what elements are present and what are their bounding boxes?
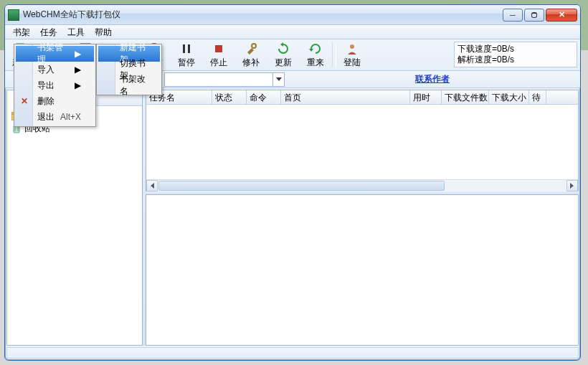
dropdown-item[interactable]: 书架管理▶ bbox=[16, 46, 94, 62]
toolbar-label: 重来 bbox=[307, 57, 324, 69]
contact-author-link[interactable]: 联系作者 bbox=[285, 73, 580, 85]
scroll-track[interactable] bbox=[158, 180, 566, 191]
column-header[interactable]: 待 bbox=[529, 90, 546, 104]
combo-dropdown-icon[interactable] bbox=[272, 73, 284, 86]
svg-point-14 bbox=[252, 44, 256, 48]
column-header[interactable]: 下载文件数 bbox=[442, 90, 489, 104]
scroll-left-icon[interactable] bbox=[146, 180, 158, 191]
app-icon bbox=[8, 9, 19, 21]
titlebar: WebCHM全站下载打包仪 ─ ✕ bbox=[5, 5, 580, 25]
submenu-arrow-icon: ▶ bbox=[75, 49, 81, 59]
sidebar: 书架) 当前任务 WebCHM 回收站 bbox=[6, 90, 143, 346]
shelf-manage-submenu: 新建书架切换书架书架改名 bbox=[96, 44, 162, 95]
content-area: 书架) 当前任务 WebCHM 回收站 bbox=[6, 90, 579, 346]
parse-speed: 解析速度=0B/s bbox=[457, 54, 574, 65]
menu-help[interactable]: 帮助 bbox=[90, 25, 117, 39]
svg-rect-11 bbox=[183, 44, 185, 53]
horizontal-scrollbar[interactable] bbox=[146, 179, 578, 191]
submenu-arrow-icon: ▶ bbox=[75, 80, 81, 90]
toolbar-label: 暂停 bbox=[178, 57, 195, 69]
main-panel: 任务名状态命令首页用时下载文件数下载大小待 bbox=[146, 90, 579, 346]
column-header[interactable]: 命令 bbox=[247, 90, 281, 104]
svg-marker-15 bbox=[280, 42, 283, 47]
detail-panel bbox=[146, 194, 579, 346]
repair-icon bbox=[244, 42, 258, 56]
login-icon bbox=[345, 42, 359, 56]
svg-marker-25 bbox=[570, 183, 574, 189]
toolbar-login-button[interactable]: 登陆 bbox=[336, 39, 369, 70]
menu-item-label: 导出 bbox=[37, 80, 54, 92]
close-button[interactable]: ✕ bbox=[546, 9, 577, 22]
scroll-right-icon[interactable] bbox=[566, 180, 578, 191]
grid-header: 任务名状态命令首页用时下载文件数下载大小待 bbox=[146, 90, 578, 105]
dropdown-item[interactable]: 导出▶ bbox=[16, 77, 94, 93]
shortcut-label: Alt+X bbox=[60, 112, 81, 122]
svg-rect-13 bbox=[215, 45, 222, 52]
status-bar bbox=[6, 347, 579, 359]
task-grid[interactable]: 任务名状态命令首页用时下载文件数下载大小待 bbox=[146, 90, 579, 191]
download-speed: 下载速度=0B/s bbox=[457, 44, 574, 54]
dropdown-item[interactable]: ✕删除 bbox=[16, 93, 94, 109]
menu-tool[interactable]: 工具 bbox=[62, 25, 90, 39]
svg-marker-16 bbox=[309, 49, 313, 52]
toolbar-label: 修补 bbox=[242, 57, 260, 69]
toolbar-label: 更新 bbox=[275, 57, 292, 69]
menu-item-label: 退出 bbox=[37, 111, 54, 123]
toolbar-label: 停止 bbox=[210, 57, 227, 69]
column-header[interactable]: 下载大小 bbox=[489, 90, 529, 104]
toolbar-redo-button[interactable]: 重来 bbox=[300, 39, 332, 70]
speed-status: 下载速度=0B/s 解析速度=0B/s bbox=[454, 42, 577, 67]
menu-item-label: 删除 bbox=[37, 95, 54, 108]
app-window: WebCHM全站下载打包仪 ─ ✕ 书架 任务 工具 帮助 新建打开保存运行制作… bbox=[4, 4, 581, 361]
toolbar-refresh-button[interactable]: 更新 bbox=[267, 39, 300, 70]
stop-icon bbox=[212, 42, 226, 56]
dropdown-item[interactable]: 退出Alt+X bbox=[16, 109, 94, 125]
menu-shelf[interactable]: 书架 bbox=[8, 25, 35, 39]
delete-x-icon: ✕ bbox=[21, 96, 28, 106]
toolbar-repair-button[interactable]: 修补 bbox=[235, 39, 267, 70]
toolbar-stop-button[interactable]: 停止 bbox=[203, 39, 235, 70]
dropdown-item[interactable]: 导入▶ bbox=[16, 62, 94, 77]
scroll-thumb[interactable] bbox=[158, 181, 445, 191]
column-header[interactable]: 首页 bbox=[281, 90, 410, 104]
submenu-arrow-icon: ▶ bbox=[75, 65, 81, 75]
column-header[interactable]: 状态 bbox=[212, 90, 247, 104]
svg-point-17 bbox=[350, 44, 354, 49]
minimize-button[interactable]: ─ bbox=[503, 9, 523, 22]
window-title: WebCHM全站下载打包仪 bbox=[23, 9, 120, 21]
svg-rect-12 bbox=[188, 44, 190, 53]
refresh-icon bbox=[276, 42, 290, 56]
pause-icon bbox=[179, 42, 194, 56]
menu-item-label: 书架改名 bbox=[120, 73, 147, 98]
svg-marker-18 bbox=[276, 77, 282, 81]
menu-bar: 书架 任务 工具 帮助 bbox=[5, 25, 580, 39]
toolbar-pause-button[interactable]: 暂停 bbox=[171, 39, 203, 70]
submenu-item[interactable]: 书架改名 bbox=[98, 77, 160, 93]
redo-icon bbox=[308, 42, 323, 56]
svg-marker-24 bbox=[151, 183, 154, 189]
column-header[interactable]: 用时 bbox=[410, 90, 442, 104]
address-combo[interactable] bbox=[164, 72, 285, 87]
shelf-dropdown: 书架管理▶导入▶导出▶✕删除退出Alt+X bbox=[14, 44, 96, 127]
maximize-button[interactable] bbox=[524, 9, 544, 22]
menu-item-label: 导入 bbox=[37, 64, 54, 76]
toolbar-label: 登陆 bbox=[343, 57, 361, 69]
menu-task[interactable]: 任务 bbox=[35, 25, 62, 39]
